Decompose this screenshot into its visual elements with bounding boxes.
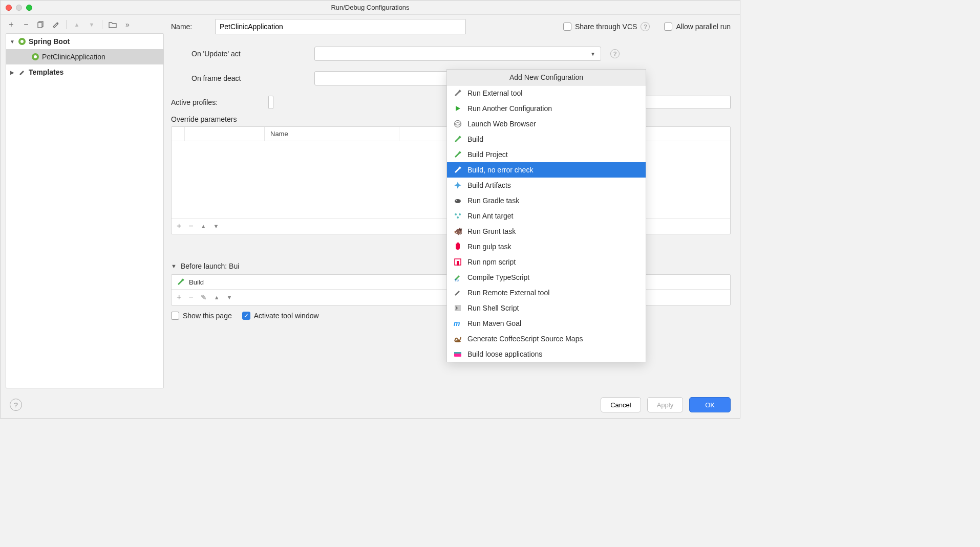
popup-item-label: Run Gradle task	[467, 196, 519, 205]
ok-button[interactable]: OK	[689, 397, 731, 412]
add-config-icon[interactable]: +	[7, 20, 16, 29]
share-vcs-checkbox[interactable]: Share through VCS ?	[563, 22, 650, 31]
popup-item-icon	[453, 165, 462, 174]
popup-item-icon: 🐗	[453, 227, 462, 236]
tree-label-spring-boot: Spring Boot	[29, 37, 70, 46]
popup-item[interactable]: Run Remote External tool	[447, 285, 646, 300]
close-window-icon[interactable]	[6, 5, 12, 11]
edit-task-icon[interactable]: ✎	[201, 293, 207, 301]
popup-item[interactable]: Generate CoffeeScript Source Maps	[447, 331, 646, 346]
help-icon[interactable]: ?	[641, 22, 650, 31]
folder-icon[interactable]	[108, 20, 117, 29]
popup-item[interactable]: Run Ant target	[447, 208, 646, 224]
tree-node-spring-boot[interactable]: ▼ Spring Boot	[6, 34, 163, 49]
name-input[interactable]	[215, 19, 466, 34]
tree-node-petclinic[interactable]: PetClinicApplication	[6, 49, 163, 64]
apply-button[interactable]: Apply	[647, 397, 684, 412]
remove-config-icon[interactable]: −	[22, 20, 31, 29]
move-down-icon[interactable]: ▼	[87, 20, 96, 29]
help-icon[interactable]: ?	[610, 49, 620, 58]
popup-item-icon	[453, 89, 462, 98]
popup-item[interactable]: TSCompile TypeScript	[447, 270, 646, 285]
popup-item[interactable]: Run Gradle task	[447, 193, 646, 208]
popup-item-label: Build loose applications	[467, 350, 542, 358]
svg-point-3	[20, 40, 24, 43]
svg-point-23	[455, 340, 461, 342]
more-icon[interactable]: »	[123, 20, 132, 29]
svg-point-13	[456, 200, 457, 201]
popup-item[interactable]: Run Shell Script	[447, 300, 646, 316]
popup-item[interactable]: mRun Maven Goal	[447, 316, 646, 331]
popup-item[interactable]: Run External tool	[447, 85, 646, 101]
svg-point-8	[455, 121, 461, 127]
name-label: Name:	[171, 23, 215, 31]
add-task-icon[interactable]: +	[177, 293, 181, 302]
popup-item-label: Run npm script	[467, 258, 516, 266]
popup-item[interactable]: Build loose applications	[447, 346, 646, 362]
popup-item[interactable]: Build	[447, 132, 646, 147]
popup-item-label: Run Ant target	[467, 212, 514, 220]
left-pane: + − ▲ ▼ » ▼	[1, 15, 167, 391]
popup-item-label: Build Artifacts	[467, 181, 511, 189]
popup-item[interactable]: Build Artifacts	[447, 178, 646, 193]
popup-item-icon	[453, 334, 462, 343]
tree-node-templates[interactable]: ▶ Templates	[6, 64, 163, 80]
templates-icon	[17, 68, 27, 77]
on-update-label: On 'Update' act	[191, 50, 314, 58]
add-row-icon[interactable]: +	[177, 222, 181, 231]
popup-item[interactable]: Build, no error check	[447, 162, 646, 178]
popup-item[interactable]: Run Another Configuration	[447, 101, 646, 116]
help-button[interactable]: ?	[10, 399, 22, 411]
show-page-checkbox[interactable]: Show this page	[171, 312, 232, 320]
popup-item-icon	[453, 135, 462, 144]
on-frame-label: On frame deact	[191, 74, 314, 82]
svg-rect-19	[457, 261, 459, 266]
remove-row-icon[interactable]: −	[188, 222, 193, 231]
popup-item-icon	[453, 242, 462, 251]
svg-rect-1	[38, 23, 42, 28]
active-profiles-input-left[interactable]	[268, 96, 273, 109]
popup-item[interactable]: Launch Web Browser	[447, 116, 646, 132]
allow-parallel-checkbox[interactable]: Allow parallel run	[664, 23, 731, 31]
settings-icon[interactable]	[51, 20, 60, 29]
move-up-icon[interactable]: ▲	[72, 20, 81, 29]
chevron-down-icon[interactable]: ▼	[171, 263, 177, 269]
popup-item-label: Build	[467, 135, 483, 143]
svg-text:m: m	[454, 320, 460, 327]
row-up-icon[interactable]: ▲	[201, 223, 206, 229]
active-profiles-label: Active profiles:	[171, 98, 268, 106]
chevron-right-icon[interactable]: ▶	[9, 70, 15, 75]
popup-title: Add New Configuration	[447, 70, 646, 85]
minimize-window-icon[interactable]	[16, 5, 22, 11]
popup-list: Run External toolRun Another Configurati…	[447, 85, 646, 362]
svg-point-15	[459, 213, 461, 215]
on-update-select[interactable]: ▼	[314, 47, 601, 61]
chevron-down-icon[interactable]: ▼	[9, 39, 15, 45]
popup-item-label: Generate CoffeeScript Source Maps	[467, 335, 583, 343]
remove-task-icon[interactable]: −	[188, 293, 193, 302]
show-page-label: Show this page	[183, 312, 232, 320]
task-down-icon[interactable]: ▼	[227, 294, 232, 300]
popup-item-icon	[453, 196, 462, 205]
popup-item-icon	[453, 211, 462, 221]
popup-item[interactable]: Build Project	[447, 147, 646, 162]
row-down-icon[interactable]: ▼	[214, 223, 219, 229]
task-up-icon[interactable]: ▲	[214, 294, 220, 300]
spring-boot-icon	[17, 37, 27, 46]
dialog-footer: ? Cancel Apply OK	[1, 391, 740, 418]
config-tree[interactable]: ▼ Spring Boot PetClinicApplication ▶	[6, 33, 164, 388]
activate-tool-checkbox[interactable]: ✓ Activate tool window	[242, 312, 319, 320]
popup-item-icon	[453, 257, 462, 267]
popup-item-label: Build Project	[467, 150, 508, 159]
popup-item[interactable]: 🐗Run Grunt task	[447, 224, 646, 239]
popup-item-icon	[453, 303, 462, 313]
copy-config-icon[interactable]	[36, 20, 46, 29]
popup-item[interactable]: Run gulp task	[447, 239, 646, 254]
popup-item[interactable]: Run npm script	[447, 254, 646, 270]
maximize-window-icon[interactable]	[26, 5, 32, 11]
activate-tool-label: Activate tool window	[254, 312, 319, 320]
cancel-button[interactable]: Cancel	[601, 397, 641, 412]
add-config-popup: Add New Configuration Run External toolR…	[446, 69, 646, 362]
svg-rect-17	[457, 243, 459, 244]
allow-parallel-label: Allow parallel run	[676, 23, 731, 31]
